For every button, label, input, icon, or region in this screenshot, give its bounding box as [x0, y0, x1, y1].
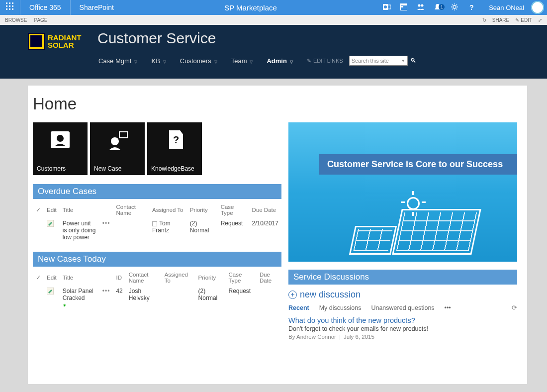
col-check[interactable]: ✓ [33, 270, 44, 286]
ribbon-tab-browse[interactable]: BROWSE [5, 17, 27, 23]
outlook-icon[interactable] [378, 3, 395, 12]
svg-rect-10 [388, 5, 391, 9]
settings-icon[interactable] [446, 3, 463, 12]
tile-label: KnowledgeBase [151, 165, 194, 172]
more-tabs-icon[interactable]: ••• [445, 304, 451, 311]
site-title[interactable]: Customer Service [97, 30, 216, 47]
thread-title[interactable]: What do you think of the new products? [288, 316, 517, 324]
cell-assigned: Tom Frantz [149, 218, 187, 243]
nav-team[interactable]: Team▽ [231, 57, 253, 65]
col-contact[interactable]: Contact Name [113, 202, 149, 218]
edit-links[interactable]: ✎EDIT LINKS [307, 58, 343, 64]
col-assigned[interactable]: Assigned To [162, 270, 195, 286]
suite-center-title: SP Marketplace [123, 3, 378, 12]
notifications-icon[interactable]: 1 [429, 3, 446, 12]
user-name[interactable]: Sean ONeal [480, 4, 528, 11]
table-row[interactable]: Power unit is only doing low power ••• T… [33, 218, 281, 243]
col-priority[interactable]: Priority [195, 270, 226, 286]
suite-brand-office365[interactable]: Office 365 [20, 3, 70, 11]
search-placeholder: Search this site [352, 58, 389, 64]
overdue-cases-section: Overdue Cases ✓ Edit Title Contact Name … [33, 184, 281, 243]
nav-case-mgmt[interactable]: Case Mgmt▽ [98, 57, 137, 65]
ribbon-edit[interactable]: ✎EDIT [515, 17, 532, 23]
ribbon-share[interactable]: SHARE [492, 17, 509, 23]
tile-knowledgebase[interactable]: ? KnowledgeBase [147, 122, 202, 175]
people-icon[interactable] [412, 3, 429, 12]
overdue-heading: Overdue Cases [33, 184, 281, 199]
col-edit[interactable]: Edit [44, 202, 60, 218]
table-header-row: ✓ Edit Title Contact Name Assigned To Pr… [33, 202, 281, 218]
thread-date: July 6, 2015 [344, 334, 374, 340]
tab-recent[interactable]: Recent [288, 304, 309, 311]
svg-point-11 [384, 5, 387, 8]
tab-my-discussions[interactable]: My discussions [319, 304, 362, 311]
svg-rect-1 [9, 2, 10, 4]
plus-circle-icon: + [288, 291, 297, 299]
tab-unanswered[interactable]: Unanswered questions [371, 304, 434, 311]
site-logo[interactable]: RADIANT SOLAR [28, 30, 89, 53]
col-priority[interactable]: Priority [187, 202, 218, 218]
tile-customers[interactable]: Customers [33, 122, 88, 175]
svg-text:?: ? [173, 134, 179, 145]
newcases-heading: New Cases Today [33, 252, 281, 267]
new-cases-table: ✓ Edit Title ID Contact Name Assigned To… [33, 270, 281, 310]
refresh-icon[interactable]: ⟳ [512, 304, 517, 311]
overdue-table: ✓ Edit Title Contact Name Assigned To Pr… [33, 202, 281, 243]
col-duedate[interactable]: Due Date [249, 202, 281, 218]
cell-contact: Josh Helvsky [126, 286, 162, 310]
new-cases-section: New Cases Today ✓ Edit Title ID Contact … [33, 252, 281, 310]
discussion-tabs: Recent My discussions Unanswered questio… [288, 304, 517, 311]
cell-title[interactable]: Solar Panel Cracked ✶ [60, 286, 99, 310]
thread-author[interactable]: Andrew Connor [296, 334, 336, 340]
nav-kb[interactable]: KB▽ [151, 57, 166, 65]
tile-new-case[interactable]: New Case [90, 122, 145, 175]
hero-strap: Customer Service is Core to our Success [319, 154, 517, 175]
cell-title[interactable]: Power unit is only doing low power [60, 218, 99, 243]
help-icon[interactable]: ? [463, 3, 480, 11]
col-title[interactable]: Title [60, 270, 99, 286]
customers-icon [33, 122, 88, 157]
search-scope-dropdown-icon[interactable]: ▼ [401, 59, 405, 63]
edit-item-icon[interactable] [44, 286, 60, 310]
tile-label: New Case [94, 165, 121, 172]
col-edit[interactable]: Edit [44, 270, 60, 286]
app-launcher-icon[interactable] [0, 2, 20, 12]
svg-line-25 [456, 4, 457, 5]
ribbon-fullscreen-icon[interactable]: ⤢ [538, 17, 542, 23]
col-check[interactable]: ✓ [33, 202, 44, 218]
nav-admin[interactable]: Admin▽ [267, 57, 292, 65]
logo-line2: SOLAR [48, 41, 82, 49]
suite-brand-sharepoint[interactable]: SharePoint [71, 3, 123, 11]
svg-point-27 [57, 135, 64, 142]
col-id[interactable]: ID [113, 270, 125, 286]
nav-customers[interactable]: Customers▽ [180, 57, 217, 65]
col-duedate[interactable]: Due Date [257, 270, 281, 286]
col-casetype[interactable]: Case Type [225, 270, 256, 286]
new-discussion-link[interactable]: + new discussion [288, 290, 517, 300]
col-contact[interactable]: Contact Name [126, 270, 162, 286]
svg-rect-0 [6, 2, 7, 4]
col-assigned[interactable]: Assigned To [149, 202, 187, 218]
page-title: Home [33, 95, 517, 113]
calendar-icon[interactable] [395, 3, 412, 12]
item-menu-icon[interactable]: ••• [99, 218, 113, 243]
cell-casetype: Request [218, 218, 249, 243]
new-case-icon [90, 122, 145, 157]
svg-rect-2 [12, 2, 13, 4]
svg-rect-5 [12, 5, 13, 7]
edit-item-icon[interactable] [44, 218, 60, 243]
svg-line-23 [456, 8, 457, 9]
discussion-thread[interactable]: What do you think of the new products? D… [288, 316, 517, 340]
ribbon-tab-page[interactable]: PAGE [34, 17, 47, 23]
col-title[interactable]: Title [60, 202, 99, 218]
search-input[interactable]: Search this site ▼ [349, 56, 408, 66]
ribbon-sync-icon[interactable]: ↻ [482, 17, 486, 23]
search-go-icon[interactable]: 🔍︎ [409, 56, 418, 66]
col-casetype[interactable]: Case Type [218, 202, 249, 218]
item-menu-icon[interactable]: ••• [99, 286, 113, 310]
table-row[interactable]: Solar Panel Cracked ✶ ••• 42 Josh Helvsk… [33, 286, 281, 310]
svg-point-28 [111, 137, 119, 145]
svg-rect-3 [6, 5, 7, 7]
user-avatar[interactable] [531, 1, 544, 14]
cell-assigned [162, 286, 195, 310]
